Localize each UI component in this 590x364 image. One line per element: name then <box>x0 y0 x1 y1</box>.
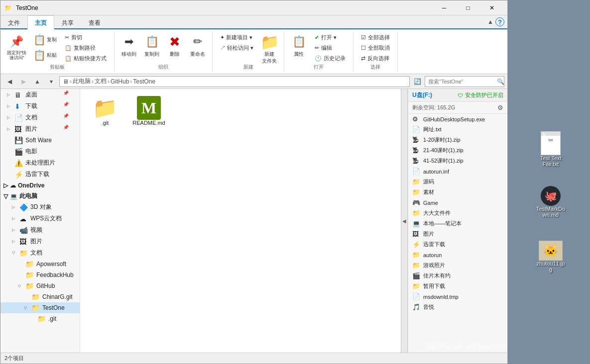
right-item-pics[interactable]: 🖼 图片 <box>408 229 507 239</box>
sidebar-section-thispc[interactable]: ▽ 💻 此电脑 <box>0 190 80 201</box>
edit-label: 编辑 <box>321 44 332 52</box>
security-label: 安全防护已开启 <box>465 91 503 99</box>
sidebar-item-docs[interactable]: ▷ 📄 文档 📌 <box>0 112 80 123</box>
right-item-music[interactable]: 🎵 音悦 <box>408 302 507 312</box>
right-item-local[interactable]: 💻 本地——笔记本 <box>408 218 507 229</box>
right-item-autorun-inf[interactable]: 📄 autorun.inf <box>408 166 507 177</box>
sidebar-item-desktop[interactable]: ▷ 🖥 桌面 📌 <box>0 89 80 100</box>
copy-path-button[interactable]: 📋 复制路径 <box>61 43 110 53</box>
right-item-game[interactable]: 🎮 Game <box>408 197 507 208</box>
right-panel-header: U盘(F:) 🛡 安全防护已开启 <box>408 89 507 102</box>
sidebar-item-unprocessed[interactable]: ⚠️ 未处理图片 <box>0 157 80 169</box>
search-input[interactable] <box>428 79 497 85</box>
zip2-label: 21-40课时(1).zip <box>423 147 464 154</box>
file-item-git[interactable]: 📁 .git <box>85 94 125 128</box>
music-label: 音悦 <box>423 303 434 311</box>
pin-badge-desktop: 📌 <box>63 91 69 95</box>
invert-selection-button[interactable]: ⇄ 反向选择 <box>357 53 393 63</box>
right-item-zip2[interactable]: 🗜 21-40课时(1).zip <box>408 145 507 156</box>
ribbon-collapse-btn[interactable]: ▲ <box>487 18 493 25</box>
open-button[interactable]: ✔ 打开 ▾ <box>311 32 349 42</box>
sidebar-item-3d[interactable]: ▷ 🔷 3D 对象 <box>0 201 80 213</box>
sidebar-item-wps[interactable]: ▷ ☁ WPS云文档 <box>0 213 80 224</box>
right-item-mstmp[interactable]: 📄 msdownld.tmp <box>408 291 507 302</box>
window-icon: 📁 <box>4 4 12 11</box>
onedrive-label: OneDrive <box>18 182 44 189</box>
ribbon-group-clipboard: 📌 固定到"快速访问" 📋 复制 📋 粘贴 <box>0 31 115 72</box>
delete-button[interactable]: ✖ 删除 <box>164 32 185 59</box>
right-item-zip1[interactable]: 🗜 1-20课时(1).zip <box>408 135 507 145</box>
new-item-button[interactable]: ✦ 新建项目 ▾ <box>217 32 257 42</box>
main-area: ▷ 🖥 桌面 📌 ▷ ⬇ 下载 📌 ▷ 📄 文档 📌 ▷ 🖼 图片 <box>0 89 507 353</box>
right-item-gamephotos[interactable]: 📁 游戏照片 <box>408 260 507 271</box>
sidebar-item-apowersoft[interactable]: 📁 Apowersoft <box>0 259 80 270</box>
help-btn[interactable]: ? <box>495 17 504 26</box>
txt-file-icon: 📄 txt <box>541 131 561 155</box>
right-item-tempdown[interactable]: 📁 暂用下载 <box>408 281 507 291</box>
right-item-movie[interactable]: 🎬 佳片木有约 <box>408 271 507 281</box>
gear-icon[interactable]: ⚙ <box>497 104 503 111</box>
sidebar-item-xunlei[interactable]: ⚡ 迅雷下载 <box>0 169 80 180</box>
select-none-button[interactable]: ☐ 全部取消 <box>357 43 393 53</box>
tab-share[interactable]: 共享 <box>54 15 81 28</box>
rename-button[interactable]: ✏ 重命名 <box>187 32 208 59</box>
close-button[interactable]: ✕ <box>480 1 503 15</box>
right-item-bigfiles[interactable]: 📁 大大文件件 <box>408 208 507 218</box>
select-all-button[interactable]: ☑ 全部选择 <box>357 32 393 42</box>
easy-access-button[interactable]: ↗ 轻松访问 ▾ <box>217 43 257 53</box>
new-small-col: ✦ 新建项目 ▾ ↗ 轻松访问 ▾ <box>217 32 257 61</box>
local-label: 本地——笔记本 <box>423 220 462 227</box>
sidebar-item-software[interactable]: 💾 Soft Ware <box>0 135 80 146</box>
tab-view[interactable]: 查看 <box>81 15 108 28</box>
copy-to-button[interactable]: 📋 复制到 <box>141 32 162 59</box>
copy-button[interactable]: 📋 复制 <box>31 32 59 47</box>
desktop-file-jpg[interactable]: 🐱 zhutou11.jpg <box>533 239 569 274</box>
right-item-material[interactable]: 📁 素材 <box>408 187 507 197</box>
sidebar-item-feedbackhub[interactable]: 📁 FeedbackHub <box>0 270 80 280</box>
sidebar-item-pictures[interactable]: ▷ 🖼 图片 📌 <box>0 123 80 135</box>
sidebar-item-pics2[interactable]: ▷ 🖼 图片 <box>0 236 80 247</box>
right-item-githubsetup[interactable]: ⚙ GitHubDesktopSetup.exe <box>408 114 507 124</box>
right-item-thunder[interactable]: ⚡ 迅雷下载 <box>408 239 507 250</box>
maximize-button[interactable]: □ <box>457 1 479 15</box>
paste-shortcut-button[interactable]: 📋 粘贴快捷方式 <box>61 53 110 63</box>
panel-toggle[interactable]: ◀ <box>401 89 408 353</box>
sidebar-section-onedrive[interactable]: ▷ ☁ OneDrive <box>0 180 80 190</box>
right-panel-list: ⚙ GitHubDesktopSetup.exe 📄 网址.txt 🗜 1-20… <box>408 114 507 353</box>
right-item-autorun[interactable]: 📁 autorun <box>408 250 507 260</box>
sidebar-item-dot-git[interactable]: 📁 .git <box>0 313 80 324</box>
file-item-readme[interactable]: M README.md <box>129 94 169 128</box>
title-bar: 📁 TestOne ─ □ ✕ <box>0 0 507 15</box>
edit-button[interactable]: ✏ 编辑 <box>311 43 349 53</box>
sidebar-item-video[interactable]: ▷ 📹 视频 <box>0 224 80 236</box>
desktop-file-md[interactable]: 🐙 TestMarkDown.md <box>533 184 569 220</box>
git-folder-icon: 📁 <box>93 96 117 120</box>
pin-quick-access-button[interactable]: 📌 固定到"快速访问" <box>4 32 29 62</box>
search-icon[interactable]: 🔍 <box>497 78 504 85</box>
sidebar-item-github[interactable]: ▽ 📁 GitHub <box>0 280 80 291</box>
paste-button[interactable]: 📋 粘贴 <box>31 48 59 63</box>
move-to-button[interactable]: ➡ 移动到 <box>118 32 139 59</box>
properties-button[interactable]: 📋 属性 <box>288 32 309 59</box>
sidebar-item-downloads[interactable]: ▷ ⬇ 下载 📌 <box>0 100 80 112</box>
sidebar-item-chinar[interactable]: 📁 ChinarG.git <box>0 291 80 302</box>
right-item-url[interactable]: 📄 网址.txt <box>408 124 507 135</box>
cut-button[interactable]: ✂ 剪切 <box>61 32 110 42</box>
minimize-button[interactable]: ─ <box>433 1 456 15</box>
history-button[interactable]: 🕐 历史记录 <box>311 53 349 63</box>
autorun-inf-icon: 📄 <box>412 168 420 175</box>
refresh-button[interactable]: 🔄 <box>412 76 423 87</box>
tab-file[interactable]: 文件 <box>0 15 27 28</box>
new-folder-button[interactable]: 📁 新建文件夹 <box>259 32 280 66</box>
sidebar-item-testone[interactable]: ▽ 📁 TestOne <box>0 302 80 313</box>
tab-home[interactable]: 主页 <box>27 15 54 29</box>
history-label: 历史记录 <box>324 55 346 62</box>
autorun-inf-label: autorun.inf <box>423 169 449 175</box>
right-item-source[interactable]: 📁 源码 <box>408 177 507 187</box>
open-label: 打开 <box>284 64 353 71</box>
desktop-file-txt[interactable]: 📄 txt Test TextFile.txt <box>533 129 569 169</box>
right-item-zip3[interactable]: 🗜 41-52课时(1).zip <box>408 156 507 166</box>
sidebar-item-docs2[interactable]: ▽ 📁 文档 <box>0 247 80 259</box>
ribbon-toolbar: 📌 固定到"快速访问" 📋 复制 📋 粘贴 <box>0 29 507 74</box>
sidebar-item-movies[interactable]: 🎬 电影 <box>0 146 80 157</box>
